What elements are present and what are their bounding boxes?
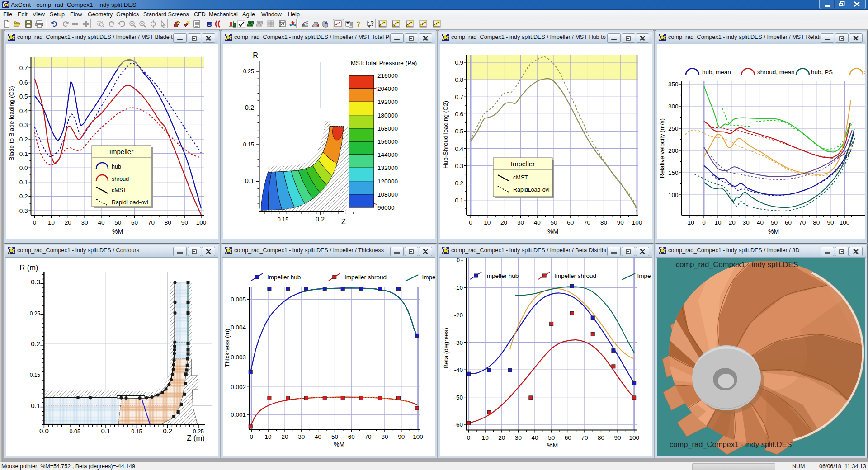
svg-text:0.8: 0.8 bbox=[455, 76, 463, 83]
svg-text:100: 100 bbox=[629, 434, 639, 441]
svg-text:0.15: 0.15 bbox=[278, 216, 288, 223]
svg-text:0.3: 0.3 bbox=[19, 122, 28, 128]
svg-text:cMST: cMST bbox=[513, 174, 528, 181]
svg-text:0.1: 0.1 bbox=[19, 150, 28, 157]
svg-text:RapidLoad-ovl: RapidLoad-ovl bbox=[112, 199, 148, 206]
svg-text:Blade to Blade loading (C3): Blade to Blade loading (C3) bbox=[8, 86, 15, 160]
svg-text:R (m): R (m) bbox=[19, 263, 38, 272]
svg-text:Thickness (m): Thickness (m) bbox=[224, 329, 231, 367]
svg-text:%M: %M bbox=[334, 441, 344, 448]
svg-text:168000: 168000 bbox=[377, 125, 398, 132]
svg-text:30: 30 bbox=[517, 219, 524, 226]
svg-text:0.05: 0.05 bbox=[70, 428, 80, 435]
svg-text:0.004: 0.004 bbox=[231, 324, 246, 331]
svg-text:90: 90 bbox=[617, 219, 624, 226]
svg-text:180000: 180000 bbox=[377, 112, 398, 119]
svg-text:40: 40 bbox=[98, 219, 104, 226]
svg-text:30: 30 bbox=[81, 219, 88, 226]
svg-text:0.003: 0.003 bbox=[231, 354, 246, 361]
svg-text:144000: 144000 bbox=[377, 151, 398, 158]
svg-text:-20: -20 bbox=[454, 312, 463, 319]
svg-text:%M: %M bbox=[547, 228, 558, 235]
svg-text:0.1: 0.1 bbox=[101, 427, 111, 435]
svg-text:90: 90 bbox=[398, 433, 405, 440]
svg-text:0.7: 0.7 bbox=[19, 65, 28, 71]
svg-text:0.5: 0.5 bbox=[455, 128, 463, 135]
svg-text:20: 20 bbox=[281, 433, 288, 440]
svg-text:-0.3: -0.3 bbox=[17, 207, 28, 214]
svg-text:0.002: 0.002 bbox=[231, 384, 246, 390]
svg-text:%M: %M bbox=[112, 228, 123, 235]
svg-text:hub: hub bbox=[112, 164, 121, 170]
svg-text:0.3: 0.3 bbox=[31, 278, 40, 286]
svg-text:0.0: 0.0 bbox=[19, 164, 28, 171]
svg-text:0: 0 bbox=[469, 219, 472, 226]
svg-text:MST:Total Pressure (Pa): MST:Total Pressure (Pa) bbox=[351, 60, 417, 66]
svg-text:50: 50 bbox=[114, 219, 121, 226]
svg-text:70: 70 bbox=[581, 434, 588, 441]
svg-text:0.25: 0.25 bbox=[243, 68, 254, 75]
svg-text:0.15: 0.15 bbox=[30, 372, 41, 378]
svg-text:50: 50 bbox=[550, 219, 557, 226]
svg-text:Impeller shroud: Impeller shroud bbox=[344, 274, 387, 281]
svg-text:250: 250 bbox=[668, 125, 679, 132]
svg-text:30: 30 bbox=[298, 433, 305, 440]
svg-text:%M: %M bbox=[768, 228, 779, 235]
svg-text:70: 70 bbox=[365, 433, 372, 440]
svg-text:70: 70 bbox=[799, 219, 806, 226]
svg-text:100: 100 bbox=[668, 192, 679, 198]
svg-text:80: 80 bbox=[598, 434, 604, 441]
svg-text:10: 10 bbox=[265, 433, 272, 440]
svg-text:20: 20 bbox=[65, 219, 71, 226]
svg-text:%M: %M bbox=[547, 442, 558, 449]
svg-text:Impeller hub: Impeller hub bbox=[267, 274, 301, 281]
svg-text:0: 0 bbox=[467, 434, 471, 441]
svg-text:40: 40 bbox=[757, 219, 764, 226]
svg-text:100: 100 bbox=[196, 219, 207, 226]
svg-text:150: 150 bbox=[668, 169, 679, 176]
svg-text:60: 60 bbox=[131, 219, 138, 226]
svg-text:cMST: cMST bbox=[112, 187, 127, 193]
svg-text:0.1: 0.1 bbox=[245, 177, 254, 184]
svg-text:0.6: 0.6 bbox=[455, 111, 463, 118]
svg-text:?: ? bbox=[371, 20, 374, 27]
svg-text:comp_rad_Compex1 - indy split.: comp_rad_Compex1 - indy split.DES bbox=[670, 440, 792, 449]
svg-text:100: 100 bbox=[413, 433, 423, 440]
svg-text:Impe: Impe bbox=[637, 273, 651, 279]
svg-text:60: 60 bbox=[348, 433, 355, 440]
svg-text:108000: 108000 bbox=[377, 191, 398, 198]
svg-text:204000: 204000 bbox=[377, 85, 398, 92]
svg-text:20: 20 bbox=[498, 434, 505, 441]
svg-text:200: 200 bbox=[668, 147, 679, 154]
svg-text:10: 10 bbox=[484, 219, 491, 226]
svg-text:0.1: 0.1 bbox=[455, 197, 463, 204]
svg-text:shroud: shroud bbox=[112, 176, 129, 182]
svg-text:0.25: 0.25 bbox=[30, 310, 41, 317]
svg-text:-10: -10 bbox=[685, 219, 694, 226]
svg-text:216000: 216000 bbox=[377, 72, 398, 79]
svg-text:0.3: 0.3 bbox=[455, 163, 463, 169]
svg-text:30: 30 bbox=[515, 434, 522, 441]
svg-text:comp_rad_Compex1 - indy split.: comp_rad_Compex1 - indy split.DES bbox=[676, 260, 798, 269]
svg-text:0.2: 0.2 bbox=[19, 136, 28, 143]
svg-text:-0.2: -0.2 bbox=[17, 193, 28, 200]
svg-text:0: 0 bbox=[456, 258, 460, 263]
svg-text:RapidLoad-ovl: RapidLoad-ovl bbox=[513, 187, 550, 193]
svg-text:50: 50 bbox=[548, 434, 555, 441]
svg-text:0.25: 0.25 bbox=[193, 428, 204, 435]
svg-text:Beta (degrees): Beta (degrees) bbox=[443, 328, 449, 368]
svg-text:50: 50 bbox=[331, 433, 338, 440]
svg-text:40: 40 bbox=[534, 219, 541, 226]
svg-text:-50: -50 bbox=[454, 394, 463, 401]
svg-text:0.9: 0.9 bbox=[455, 59, 463, 66]
svg-text:Hub-Shroud loading (C2): Hub-Shroud loading (C2) bbox=[442, 101, 449, 169]
svg-text:100: 100 bbox=[840, 219, 850, 226]
svg-text:0.2: 0.2 bbox=[31, 340, 40, 348]
svg-text:90: 90 bbox=[827, 219, 834, 226]
svg-text:60: 60 bbox=[565, 434, 571, 441]
svg-text:0.6: 0.6 bbox=[19, 79, 28, 86]
svg-text:96000: 96000 bbox=[377, 204, 395, 211]
svg-text:-60: -60 bbox=[454, 421, 463, 428]
svg-text:80: 80 bbox=[165, 219, 171, 226]
svg-text:0.15: 0.15 bbox=[243, 141, 254, 148]
